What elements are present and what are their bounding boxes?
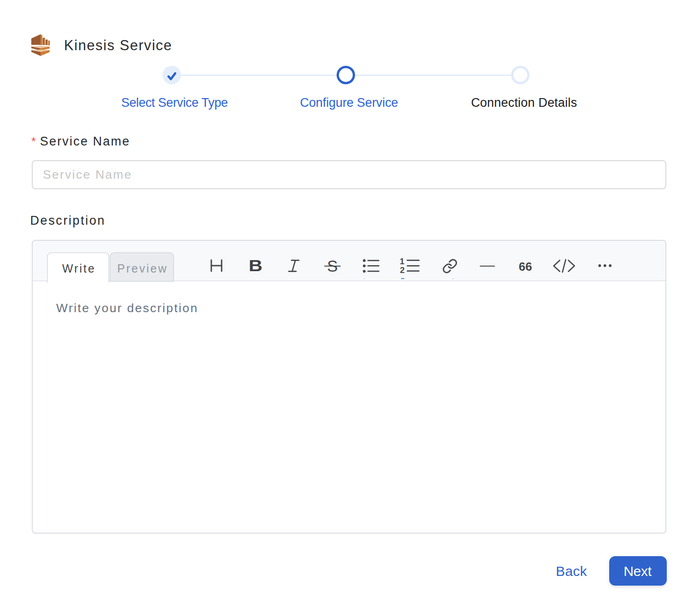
svg-text:1: 1 (400, 257, 404, 266)
svg-text:2: 2 (400, 265, 405, 274)
